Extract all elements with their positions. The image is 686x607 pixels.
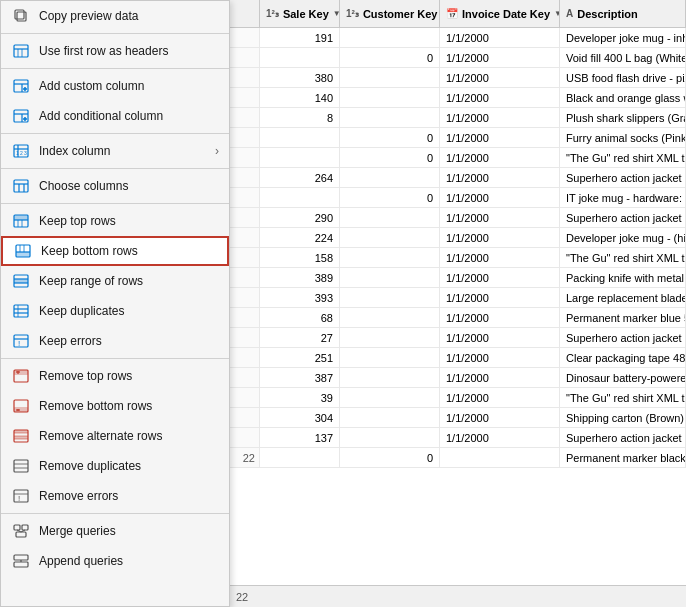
menu-item-keep-range-rows[interactable]: Keep range of rows: [1, 266, 229, 296]
cell-sale-key: [260, 148, 340, 167]
menu-item-append-queries[interactable]: Append queries: [1, 546, 229, 576]
row-number: [230, 268, 260, 287]
svg-text:1: 1: [16, 150, 19, 156]
menu-separator: [1, 203, 229, 204]
menu-item-add-conditional-col[interactable]: Add conditional column: [1, 101, 229, 131]
cell-sale-key: 191: [260, 28, 340, 47]
menu-separator: [1, 358, 229, 359]
menu-item-copy-preview[interactable]: Copy preview data: [1, 1, 229, 31]
cell-customer-key: [340, 68, 440, 87]
append-icon: [11, 551, 31, 571]
menu-item-remove-top-rows[interactable]: Remove top rows: [1, 361, 229, 391]
sale-key-label: Sale Key: [283, 8, 329, 20]
columns-icon: [11, 176, 31, 196]
cell-invoice-date: 1/1/2000: [440, 68, 560, 87]
col-header-sale-key[interactable]: 1²₃ Sale Key ▼: [260, 0, 340, 27]
row-number: [230, 108, 260, 127]
sale-key-dropdown-icon[interactable]: ▼: [333, 9, 340, 18]
table-row: 1401/1/2000Black and orange glass with c…: [230, 88, 686, 108]
table-row: 3801/1/2000USB food flash drive - pizza …: [230, 68, 686, 88]
row-number: [230, 28, 260, 47]
cell-customer-key: [340, 388, 440, 407]
menu-item-choose-columns[interactable]: Choose columns: [1, 171, 229, 201]
cell-sale-key: 39: [260, 388, 340, 407]
menu-item-keep-bottom-rows[interactable]: Keep bottom rows: [1, 236, 229, 266]
cell-customer-key: [340, 308, 440, 327]
menu-item-label-merge-queries: Merge queries: [39, 524, 116, 538]
menu-item-remove-errors[interactable]: !Remove errors: [1, 481, 229, 511]
cell-customer-key: [340, 348, 440, 367]
cell-invoice-date: 1/1/2000: [440, 248, 560, 267]
customer-key-label: Customer Key: [363, 8, 438, 20]
cell-customer-key: 0: [340, 148, 440, 167]
cell-invoice-date: 1/1/2000: [440, 48, 560, 67]
cell-invoice-date: 1/1/2000: [440, 268, 560, 287]
description-type-icon: A: [566, 8, 573, 19]
cell-sale-key: 290: [260, 208, 340, 227]
menu-item-merge-queries[interactable]: Merge queries: [1, 516, 229, 546]
cell-customer-key: [340, 408, 440, 427]
svg-rect-32: [16, 252, 30, 257]
menu-item-add-custom-col[interactable]: Add custom column: [1, 71, 229, 101]
menu-item-label-keep-range-rows: Keep range of rows: [39, 274, 143, 288]
menu-item-index-column[interactable]: 123Index column›: [1, 136, 229, 166]
keep-range-icon: [11, 271, 31, 291]
cell-sale-key: 251: [260, 348, 340, 367]
cell-sale-key: [260, 188, 340, 207]
remove-dup-icon: [11, 456, 31, 476]
menu-item-label-keep-duplicates: Keep duplicates: [39, 304, 124, 318]
row-number: [230, 388, 260, 407]
keep-dup-icon: [11, 301, 31, 321]
menu-item-label-first-row-headers: Use first row as headers: [39, 44, 168, 58]
row-number: [230, 288, 260, 307]
cell-customer-key: [340, 268, 440, 287]
svg-rect-56: [14, 430, 28, 433]
cell-customer-key: [340, 428, 440, 447]
col-header-description[interactable]: A Description: [560, 0, 686, 27]
table-row: 3931/1/2000Large replacement blades 18mm: [230, 288, 686, 308]
menu-item-keep-top-rows[interactable]: Keep top rows: [1, 206, 229, 236]
cell-invoice-date: 1/1/2000: [440, 308, 560, 327]
table-body: 1911/1/2000Developer joke mug - inherita…: [230, 28, 686, 585]
menu-item-keep-duplicates[interactable]: Keep duplicates: [1, 296, 229, 326]
cell-description: Superhero action jacket (Blue) S: [560, 328, 686, 347]
menu-separator: [1, 68, 229, 69]
col-header-customer-key[interactable]: 1²₃ Customer Key ▼: [340, 0, 440, 27]
row-number: [230, 248, 260, 267]
col-header-invoice-date[interactable]: 📅 Invoice Date Key ▼: [440, 0, 560, 27]
cell-description: Superhero action jacket (Blue) M: [560, 208, 686, 227]
svg-text:!: !: [18, 339, 20, 348]
cell-sale-key: 393: [260, 288, 340, 307]
menu-item-label-index-column: Index column: [39, 144, 110, 158]
menu-item-label-remove-duplicates: Remove duplicates: [39, 459, 141, 473]
table-row: 220Permanent marker black 5mm nib (Bl: [230, 448, 686, 468]
svg-rect-67: [14, 525, 20, 530]
cell-invoice-date: 1/1/2000: [440, 368, 560, 387]
add-col-icon: [11, 106, 31, 126]
row-number: 22: [230, 448, 260, 467]
svg-rect-68: [22, 525, 28, 530]
merge-icon: [11, 521, 31, 541]
cell-customer-key: 0: [340, 128, 440, 147]
menu-item-remove-bottom-rows[interactable]: Remove bottom rows: [1, 391, 229, 421]
cell-sale-key: 264: [260, 168, 340, 187]
menu-item-first-row-headers[interactable]: Use first row as headers: [1, 36, 229, 66]
row-number: [230, 228, 260, 247]
table-row: 391/1/2000"The Gu" red shirt XML tag t-s…: [230, 388, 686, 408]
cell-invoice-date: [440, 448, 560, 467]
cell-description: Superhero action jacket (Blue) S: [560, 168, 686, 187]
cell-customer-key: [340, 328, 440, 347]
row-number: [230, 68, 260, 87]
cell-sale-key: 8: [260, 108, 340, 127]
menu-item-remove-duplicates[interactable]: Remove duplicates: [1, 451, 229, 481]
menu-item-label-remove-alternate-rows: Remove alternate rows: [39, 429, 162, 443]
cell-customer-key: [340, 228, 440, 247]
svg-text:3: 3: [24, 150, 27, 156]
cell-invoice-date: 1/1/2000: [440, 168, 560, 187]
menu-separator: [1, 513, 229, 514]
menu-item-remove-alternate-rows[interactable]: Remove alternate rows: [1, 421, 229, 451]
cell-sale-key: [260, 48, 340, 67]
menu-item-keep-errors[interactable]: !Keep errors: [1, 326, 229, 356]
cell-description: Developer joke mug - (hip, hip, array: [560, 228, 686, 247]
cell-description: "The Gu" red shirt XML tag t-shirt (Bl: [560, 148, 686, 167]
